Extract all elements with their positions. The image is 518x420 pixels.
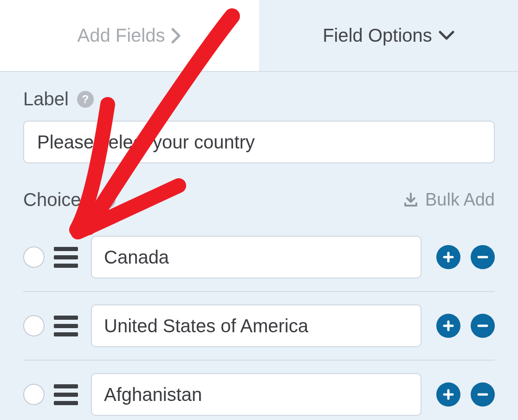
remove-choice-button[interactable] <box>471 314 495 338</box>
bulk-add-button[interactable]: Bulk Add <box>403 190 495 210</box>
drag-handle-icon[interactable] <box>54 384 78 405</box>
chevron-down-icon <box>439 31 454 41</box>
choices-title: Choices <box>23 189 91 210</box>
drag-handle-icon[interactable] <box>54 247 78 268</box>
choice-actions <box>436 245 495 269</box>
drag-handle-icon[interactable] <box>54 316 78 336</box>
minus-icon <box>476 388 489 401</box>
choices-list <box>23 223 495 420</box>
plus-icon <box>442 251 455 264</box>
download-icon <box>403 192 419 208</box>
remove-choice-button[interactable] <box>471 245 495 269</box>
plus-icon <box>442 319 455 332</box>
minus-icon <box>476 251 489 264</box>
choice-row <box>23 223 495 292</box>
help-icon[interactable]: ? <box>99 192 116 208</box>
plus-icon <box>442 388 455 401</box>
add-choice-button[interactable] <box>436 314 460 338</box>
tab-add-fields[interactable]: Add Fields <box>0 0 259 71</box>
add-choice-button[interactable] <box>436 382 460 407</box>
add-choice-button[interactable] <box>436 245 460 269</box>
choice-actions <box>436 314 495 338</box>
tabs-header: Add Fields Field Options <box>0 0 518 72</box>
choice-input[interactable] <box>91 236 421 278</box>
tab-add-fields-label: Add Fields <box>78 25 165 46</box>
label-section-header: Label ? <box>23 89 495 110</box>
chevron-right-icon <box>171 28 181 44</box>
default-radio[interactable] <box>23 246 45 268</box>
choice-input[interactable] <box>91 304 421 347</box>
choice-input[interactable] <box>91 373 421 416</box>
default-radio[interactable] <box>23 315 45 336</box>
choice-actions <box>436 382 495 407</box>
tab-field-options-label: Field Options <box>323 25 432 46</box>
field-options-panel: Label ? Choices ? Bulk Add <box>0 72 518 420</box>
bulk-add-label: Bulk Add <box>425 190 495 210</box>
remove-choice-button[interactable] <box>471 382 495 407</box>
label-input[interactable] <box>23 121 495 163</box>
choice-row <box>23 292 495 361</box>
default-radio[interactable] <box>23 384 45 405</box>
choice-row <box>23 361 495 420</box>
label-title: Label <box>23 89 69 110</box>
tab-field-options[interactable]: Field Options <box>259 0 518 71</box>
help-icon[interactable]: ? <box>77 91 94 108</box>
choices-section-header: Choices ? Bulk Add <box>23 189 495 210</box>
minus-icon <box>476 319 489 332</box>
